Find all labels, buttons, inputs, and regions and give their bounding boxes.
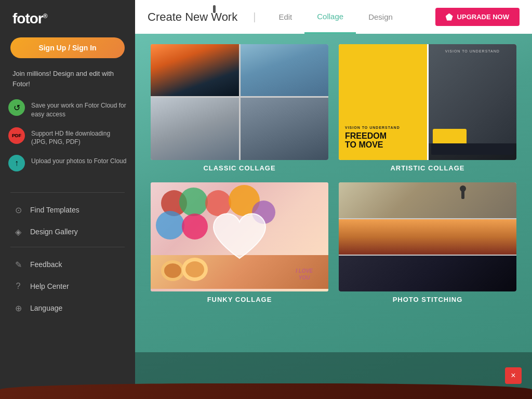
classic-collage-label: CLASSIC COLLAGE [203,164,275,172]
close-button[interactable]: × [505,367,522,384]
sidebar-item-language[interactable]: ⊕ Language [10,297,125,319]
language-label: Language [30,304,62,312]
artistic-bigtext: FREEDOMTO MOVE [345,131,421,150]
sidebar-bottom-nav: ✎ Feedback ? Help Center ⊕ Language [0,254,135,319]
cookie-text: I LOVEYOU [296,268,313,281]
pencil-icon: ✎ [12,259,24,270]
signin-button[interactable]: Sign Up / Sign In [10,37,125,58]
diamond-icon [446,14,453,21]
feature-upload: ↑ Upload your photos to Fotor Cloud [8,155,127,171]
funky-collage-preview: I LOVEYOU [151,182,328,291]
sidebar-item-find-templates[interactable]: ⊙ Find Templates [10,199,125,221]
sidebar-divider-1 [10,192,125,193]
sidebar-nav: ⊙ Find Templates ◈ Design Gallery [0,199,135,243]
main-area: Create New Work | Edit Collage Design UP… [135,0,532,399]
card-artistic-collage[interactable]: VISION TO UNDERSTAND FREEDOMTO MOVE VISI… [339,44,516,172]
topbar-separator: | [253,11,256,23]
artistic-collage-label: ARTISTIC COLLAGE [390,164,464,172]
feedback-label: Feedback [30,260,62,269]
tab-collage[interactable]: Collage [304,0,356,34]
artistic-collage-preview: VISION TO UNDERSTAND FREEDOMTO MOVE VISI… [339,44,516,160]
search-icon: ⊙ [12,204,24,216]
artistic-left: VISION TO UNDERSTAND FREEDOMTO MOVE [339,44,427,160]
photo-stitching-label: PHOTO STITCHING [393,296,463,303]
page-title: Create New Work [148,10,237,24]
classic-img-4 [241,98,329,160]
upgrade-button[interactable]: UPGRADE NOW [435,8,520,26]
layers-icon: ◈ [12,226,24,237]
join-text: Join millions! Design and edit with Foto… [0,69,135,99]
funky-collage-label: FUNKY COLLAGE [207,296,272,303]
globe-icon: ⊕ [12,302,24,314]
classic-collage-preview [151,44,328,160]
card-photo-stitching[interactable]: PHOTO STITCHING [339,182,516,303]
logo-area: fotor® [0,10,135,37]
sidebar-divider-2 [10,247,125,247]
ps-img-2 [339,219,516,255]
classic-img-1 [151,44,239,96]
sidebar: fotor® Sign Up / Sign In Join millions! … [0,0,135,399]
ps-img-3 [339,256,516,291]
feature-hd: PDF Support HD file downloading (JPG, PN… [8,127,127,147]
sidebar-item-feedback[interactable]: ✎ Feedback [10,254,125,275]
help-icon: ? [12,281,24,292]
logo: fotor® [12,10,47,26]
feature-upload-text: Upload your photos to Fotor Cloud [31,155,126,166]
collage-grid: CLASSIC COLLAGE VISION TO UNDERSTAND FRE… [151,44,516,303]
sidebar-item-design-gallery[interactable]: ◈ Design Gallery [10,221,125,243]
collage-area: CLASSIC COLLAGE VISION TO UNDERSTAND FRE… [135,34,532,352]
tab-edit[interactable]: Edit [266,0,304,34]
classic-img-3 [151,98,239,160]
design-gallery-label: Design Gallery [30,228,78,236]
classic-img-2 [241,44,329,96]
help-label: Help Center [30,282,69,290]
feature-cloud: ↺ Save your work on Fotor Cloud for easy… [8,99,127,119]
tab-design[interactable]: Design [356,0,405,34]
card-classic-collage[interactable]: CLASSIC COLLAGE [151,44,328,172]
cloud-icon: ↺ [8,99,25,116]
artistic-right: VISION TO UNDERSTAND [429,44,517,160]
topbar: Create New Work | Edit Collage Design UP… [135,0,532,34]
find-templates-label: Find Templates [30,206,79,214]
sidebar-item-help[interactable]: ? Help Center [10,275,125,297]
feature-list: ↺ Save your work on Fotor Cloud for easy… [0,99,135,190]
ps-img-1 [339,182,516,218]
artistic-subtitle: VISION TO UNDERSTAND [345,126,421,129]
pdf-icon: PDF [8,127,25,144]
upgrade-label: UPGRADE NOW [457,13,509,21]
upload-icon: ↑ [8,155,25,171]
card-funky-collage[interactable]: I LOVEYOU FUNKY COLLAGE [151,182,328,303]
photo-stitching-preview [339,182,516,291]
feature-cloud-text: Save your work on Fotor Cloud for easy a… [31,99,127,119]
topbar-nav: Edit Collage Design [266,0,405,34]
feature-hd-text: Support HD file downloading (JPG, PNG, P… [31,127,127,147]
